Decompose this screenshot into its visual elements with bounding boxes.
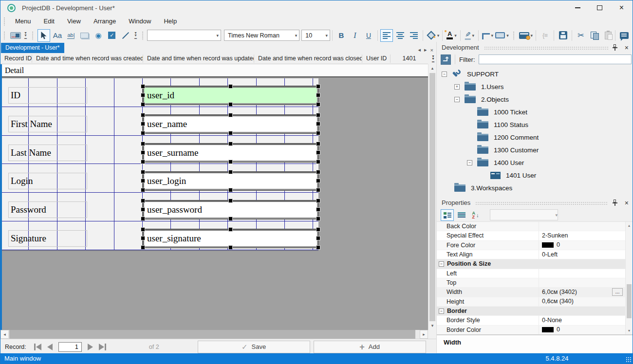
selection-handle[interactable] — [229, 170, 232, 174]
designer-label[interactable]: ID — [8, 87, 87, 104]
property-row-height[interactable]: Height 0,6см (340) — [437, 297, 633, 307]
property-object-combobox[interactable] — [490, 209, 558, 220]
selection-handle[interactable] — [316, 160, 320, 164]
selection-handle[interactable] — [316, 93, 320, 97]
tree-item-1300-customer[interactable]: 1300 Customer — [437, 144, 633, 156]
selection-handle[interactable] — [229, 228, 232, 231]
designer-label[interactable]: Login — [8, 173, 87, 189]
button-tool-button[interactable] — [78, 29, 91, 42]
properties-scrollbar-thumb[interactable] — [627, 284, 632, 318]
pin-icon[interactable] — [612, 200, 618, 206]
selection-handle[interactable] — [229, 217, 232, 220]
selection-handle[interactable] — [229, 103, 232, 106]
vertical-scrollbar[interactable]: ▴ ▾ — [428, 64, 436, 330]
first-record-button[interactable] — [34, 344, 41, 350]
scroll-up-icon[interactable]: ▴ — [626, 222, 633, 229]
scroll-down-icon[interactable]: ▾ — [626, 327, 633, 334]
selection-handle[interactable] — [141, 160, 145, 164]
property-row-border-style[interactable]: Border Style 0-None — [437, 316, 633, 325]
property-group-position-size[interactable]: − Position & Size — [437, 259, 633, 269]
font-color-button[interactable]: A — [445, 29, 458, 42]
toolbar-grip[interactable] — [3, 17, 6, 26]
tree-item-1401-user[interactable]: 1401 User — [437, 169, 633, 182]
line-tool-button[interactable] — [119, 29, 132, 42]
align-center-button[interactable] — [394, 29, 407, 42]
selection-handle[interactable] — [141, 85, 145, 88]
selection-handle[interactable] — [141, 246, 145, 249]
add-record-button[interactable]: +Add — [314, 341, 426, 353]
property-row-top[interactable]: Top — [437, 278, 633, 288]
list-view-button[interactable] — [455, 209, 468, 221]
property-row-fore-color[interactable]: Fore Color 0 — [437, 241, 633, 250]
selection-handle[interactable] — [141, 188, 145, 192]
highlight-color-button[interactable]: ✎ — [463, 29, 476, 42]
properties-scrollbar[interactable]: ▴ ▾ — [625, 222, 633, 334]
selection-handle[interactable] — [141, 142, 145, 146]
selection-handle[interactable] — [316, 228, 320, 231]
form-view-button[interactable] — [9, 29, 22, 42]
designer-field-user-id[interactable]: user_id — [143, 86, 318, 105]
selection-handle[interactable] — [316, 122, 320, 126]
tree-item-workspaces[interactable]: 3.Workspaces — [437, 182, 633, 193]
selection-handle[interactable] — [141, 228, 145, 231]
designer-field-user-login[interactable]: user_login — [143, 172, 318, 190]
header-updated[interactable]: Date and time when record was updated — [143, 55, 254, 63]
selection-handle[interactable] — [141, 93, 145, 97]
selection-handle[interactable] — [229, 188, 232, 192]
designer-field-user-password[interactable]: user_password — [143, 200, 318, 219]
horizontal-scrollbar[interactable]: ◂ ▸ — [0, 330, 428, 339]
expand-icon[interactable]: + — [454, 84, 460, 90]
tree-item-1200-comment[interactable]: 1200 Comment — [437, 131, 633, 144]
checkbox-tool-button[interactable]: ✓ — [106, 29, 118, 42]
panel-splitter[interactable] — [437, 193, 633, 197]
selection-handle[interactable] — [316, 199, 320, 202]
designer-field-user-signature[interactable]: user_signature — [143, 229, 318, 248]
designer-field-user-surname[interactable]: user_surname — [143, 144, 318, 162]
tab-close-icon[interactable]: × — [430, 47, 433, 53]
selection-handle[interactable] — [141, 113, 145, 117]
menu-item-help[interactable]: Help — [157, 16, 183, 26]
property-row-special-effect[interactable]: Special Effect 2-Sunken — [437, 231, 633, 240]
selection-handle[interactable] — [229, 85, 232, 88]
designer-canvas[interactable]: ID user_id First Name user_name Last Nam… — [0, 78, 318, 250]
bold-button[interactable]: B — [335, 29, 348, 42]
tree-item-support[interactable]: − SUPPORT — [437, 68, 633, 80]
collapse-icon[interactable]: − — [467, 160, 472, 165]
current-record-input[interactable] — [58, 342, 82, 352]
form-settings-button[interactable] — [519, 29, 533, 42]
selection-handle[interactable] — [229, 131, 232, 135]
tree-item-users[interactable]: + 1.Users — [437, 80, 633, 93]
filter-input[interactable] — [479, 55, 632, 64]
selection-handle[interactable] — [316, 113, 320, 117]
scroll-left-icon[interactable]: ◂ — [0, 330, 9, 339]
menu-item-view[interactable]: View — [61, 16, 87, 26]
font-size-combobox[interactable]: 10 — [301, 30, 330, 41]
cut-button[interactable]: ✂ — [575, 29, 587, 42]
font-family-combobox[interactable]: Times New Roman — [224, 30, 299, 41]
italic-button[interactable]: I — [349, 29, 361, 42]
menu-item-edit[interactable]: Edit — [37, 16, 61, 26]
ellipsis-button[interactable]: ... — [612, 288, 623, 296]
selection-handle[interactable] — [316, 208, 320, 211]
toolbar-grip[interactable] — [32, 31, 34, 40]
designer-label[interactable]: Last Name — [8, 145, 87, 161]
collapse-icon[interactable]: − — [442, 72, 447, 77]
designer-label[interactable]: Password — [8, 201, 87, 218]
collapse-icon[interactable]: − — [439, 309, 444, 314]
selection-handle[interactable] — [316, 151, 320, 154]
collapse-icon[interactable]: − — [439, 261, 444, 267]
header-user-id-value[interactable]: 1401 — [391, 55, 428, 63]
selection-handle[interactable] — [229, 160, 232, 164]
selection-handle[interactable] — [141, 237, 145, 240]
menu-item-window[interactable]: Window — [122, 16, 157, 26]
close-panel-icon[interactable]: × — [623, 200, 631, 206]
designer-label[interactable]: First Name — [8, 116, 87, 132]
selection-handle[interactable] — [141, 131, 145, 135]
categorized-view-button[interactable] — [441, 209, 454, 221]
selection-handle[interactable] — [141, 179, 145, 182]
toolbar-grip[interactable] — [142, 31, 144, 40]
toolbar-overflow-chevron-icon[interactable] — [24, 32, 27, 39]
selection-handle[interactable] — [316, 217, 320, 220]
selection-handle[interactable] — [229, 142, 232, 146]
property-row-border-color[interactable]: Border Color 0 — [437, 326, 633, 334]
